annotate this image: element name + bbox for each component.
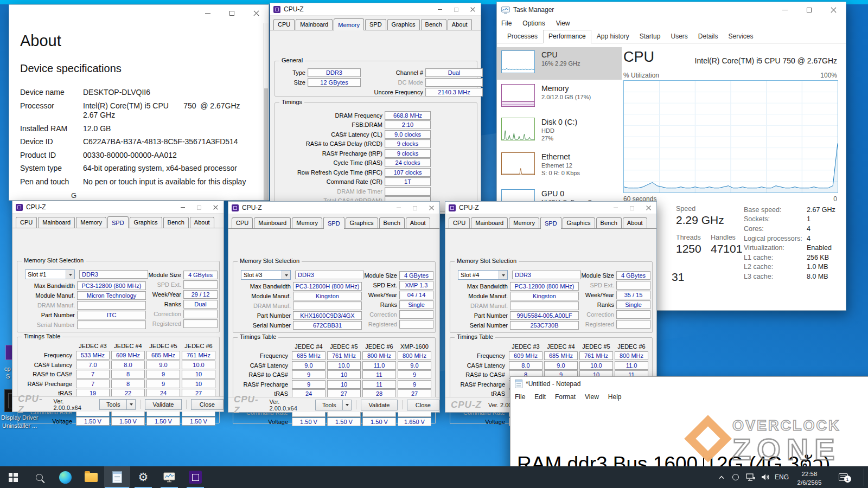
tab-memory[interactable]: Memory [334, 18, 364, 30]
menu-options[interactable]: Options [522, 20, 545, 27]
titlebar[interactable]: CPU-Z [270, 3, 481, 16]
tab-memory[interactable]: Memory [292, 217, 322, 228]
menu-file[interactable]: File [515, 393, 525, 401]
tab-bench[interactable]: Bench [163, 217, 189, 228]
menu-view[interactable]: View [585, 393, 599, 401]
scrollbar[interactable] [263, 23, 269, 200]
tab-spd[interactable]: SPD [540, 217, 561, 229]
tab-users[interactable]: Users [666, 30, 692, 43]
close-button[interactable] [640, 202, 656, 214]
close-button[interactable] [423, 202, 439, 214]
taskbar-notepad-button[interactable] [104, 466, 130, 488]
tray-clock-button[interactable]: 22:582/6/2565 [791, 466, 828, 488]
tab-startup[interactable]: Startup [635, 30, 666, 43]
tab-cpu[interactable]: CPU [449, 217, 470, 228]
tray-chevron-button[interactable] [715, 466, 728, 488]
tab-mainboard[interactable]: Mainboard [38, 217, 75, 228]
slot-select-dropdown[interactable]: Slot #1 [25, 269, 75, 279]
titlebar[interactable]: CPU-Z [445, 202, 656, 214]
tab-graphics[interactable]: Graphics [346, 217, 378, 228]
tab-bench[interactable]: Bench [379, 217, 405, 228]
tab-memory[interactable]: Memory [509, 217, 539, 228]
menu-edit[interactable]: Edit [534, 393, 546, 401]
tray-app-icon-button[interactable] [729, 466, 742, 488]
maximize-button[interactable] [220, 5, 244, 21]
tools-button[interactable]: Tools [315, 400, 343, 410]
menu-file[interactable]: File [501, 20, 512, 27]
titlebar[interactable]: *Untitled - Notepad [510, 377, 868, 391]
maximize-button[interactable] [624, 202, 640, 214]
taskbar-edge-button[interactable] [52, 466, 78, 488]
sidebar-tile-disk[interactable]: Disk 0 (C:)HDD27% [497, 114, 622, 149]
tab-about[interactable]: About [623, 217, 647, 228]
taskbar-cpuz-button[interactable] [182, 466, 208, 488]
show-desktop-divider[interactable] [864, 468, 864, 486]
tools-button[interactable]: Tools [99, 399, 127, 410]
close-window-button[interactable]: Close [191, 399, 224, 410]
menu-help[interactable]: Help [608, 393, 622, 401]
tab-about[interactable]: About [190, 217, 214, 228]
slot-select-dropdown[interactable]: Slot #3 [241, 270, 291, 280]
tools-dropdown-button[interactable] [343, 400, 352, 410]
tab-app-history[interactable]: App history [592, 30, 634, 43]
tab-cpu[interactable]: CPU [16, 217, 37, 228]
cpu-utilization-graph[interactable] [623, 80, 838, 193]
tab-memory[interactable]: Memory [76, 217, 106, 228]
close-button[interactable] [244, 5, 269, 21]
minimize-button[interactable] [773, 2, 797, 17]
titlebar[interactable]: Task Manager [497, 2, 846, 17]
menu-format[interactable]: Format [555, 393, 576, 401]
taskbar-task-manager-button[interactable] [156, 466, 182, 488]
tab-spd[interactable]: SPD [323, 217, 344, 229]
tab-cpu[interactable]: CPU [232, 217, 253, 228]
sidebar-tile-ethernet[interactable]: EthernetEthernet 12S: 0 R: 0 Kbps [497, 149, 622, 185]
tab-about[interactable]: About [448, 19, 472, 30]
titlebar[interactable]: CPU-Z [228, 202, 439, 214]
tab-mainboard[interactable]: Mainboard [254, 217, 291, 228]
tab-graphics[interactable]: Graphics [130, 217, 162, 228]
tab-performance[interactable]: Performance [543, 30, 591, 43]
tab-bench[interactable]: Bench [421, 19, 446, 30]
tab-spd[interactable]: SPD [365, 19, 386, 30]
tab-mainboard[interactable]: Mainboard [471, 217, 508, 228]
maximize-button[interactable] [797, 2, 821, 17]
taskbar-explorer-button[interactable] [78, 466, 104, 488]
tab-mainboard[interactable]: Mainboard [296, 19, 333, 30]
tray-language-button[interactable]: ENG [773, 466, 791, 488]
taskbar-settings-button[interactable]: ⚙ [130, 466, 156, 488]
sidebar-tile-cpu[interactable]: CPU16% 2.29 GHz [497, 47, 622, 80]
slot-select-dropdown[interactable]: Slot #4 [458, 270, 508, 280]
maximize-button[interactable] [407, 202, 423, 214]
start-button[interactable] [0, 466, 26, 488]
tools-dropdown-button[interactable] [127, 399, 136, 410]
close-window-button[interactable]: Close [407, 400, 439, 410]
maximize-button[interactable] [448, 3, 464, 16]
titlebar[interactable]: CPU-Z [12, 201, 224, 214]
minimize-button[interactable] [432, 3, 448, 16]
validate-button[interactable]: Validate [361, 400, 398, 410]
validate-button[interactable]: Validate [145, 399, 182, 410]
tab-spd[interactable]: SPD [107, 216, 129, 228]
tab-graphics[interactable]: Graphics [563, 217, 595, 228]
tab-about[interactable]: About [406, 217, 430, 228]
menu-view[interactable]: View [556, 20, 570, 27]
tray-network-button[interactable] [743, 466, 757, 488]
scrollbar-thumb[interactable] [264, 88, 268, 201]
minimize-button[interactable] [195, 5, 220, 21]
tab-graphics[interactable]: Graphics [387, 19, 420, 30]
tray-volume-button[interactable] [758, 466, 773, 488]
notification-center-button[interactable]: 1 [833, 466, 853, 488]
minimize-button[interactable] [391, 202, 407, 214]
tab-processes[interactable]: Processes [502, 30, 542, 43]
tab-services[interactable]: Services [724, 30, 758, 43]
minimize-button[interactable] [608, 202, 624, 214]
minimize-button[interactable] [175, 201, 191, 214]
close-button[interactable] [464, 3, 481, 16]
sidebar-tile-memory[interactable]: Memory2.0/12.0 GB (17%) [497, 81, 622, 113]
search-button[interactable] [26, 466, 52, 488]
close-button[interactable] [821, 2, 846, 17]
tab-details[interactable]: Details [693, 30, 723, 43]
tab-cpu[interactable]: CPU [273, 19, 295, 30]
tab-bench[interactable]: Bench [596, 217, 622, 228]
close-button[interactable] [207, 201, 224, 214]
